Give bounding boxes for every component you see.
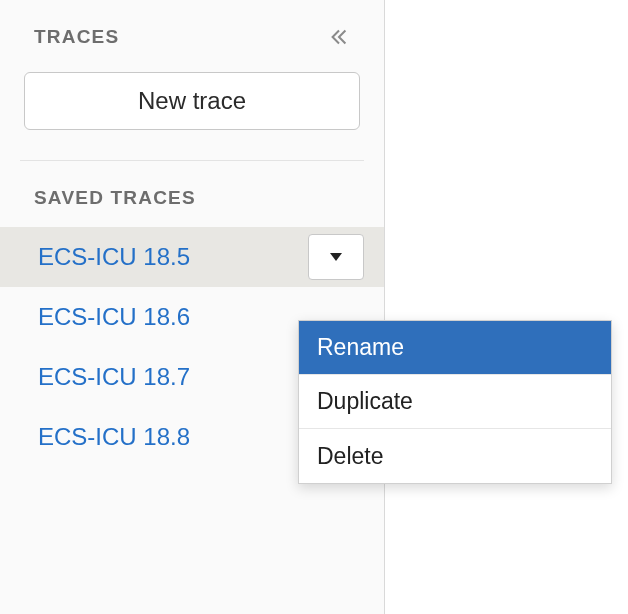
saved-trace-label: ECS-ICU 18.7 — [38, 363, 190, 391]
chevron-double-left-icon — [328, 26, 350, 48]
new-trace-button[interactable]: New trace — [24, 72, 360, 130]
traces-section-header: TRACES — [0, 0, 384, 52]
saved-trace-label: ECS-ICU 18.6 — [38, 303, 190, 331]
menu-item-rename[interactable]: Rename — [299, 321, 611, 375]
svg-marker-0 — [330, 253, 342, 261]
menu-item-delete[interactable]: Delete — [299, 429, 611, 483]
menu-item-label: Rename — [317, 334, 404, 361]
trace-actions-toggle[interactable] — [308, 234, 364, 280]
saved-trace-label: ECS-ICU 18.5 — [38, 243, 190, 271]
caret-down-icon — [328, 252, 344, 262]
trace-actions-menu: Rename Duplicate Delete — [298, 320, 612, 484]
new-trace-label: New trace — [138, 87, 246, 115]
saved-traces-section-header: SAVED TRACES — [0, 161, 384, 219]
sidebar: TRACES New trace SAVED TRACES ECS-ICU 18… — [0, 0, 385, 614]
saved-trace-item[interactable]: ECS-ICU 18.5 — [0, 227, 384, 287]
saved-traces-section-title: SAVED TRACES — [34, 187, 196, 208]
menu-item-duplicate[interactable]: Duplicate — [299, 375, 611, 429]
collapse-sidebar-button[interactable] — [322, 22, 356, 52]
traces-section-title: TRACES — [34, 26, 119, 48]
saved-trace-label: ECS-ICU 18.8 — [38, 423, 190, 451]
menu-item-label: Delete — [317, 443, 383, 470]
menu-item-label: Duplicate — [317, 388, 413, 415]
